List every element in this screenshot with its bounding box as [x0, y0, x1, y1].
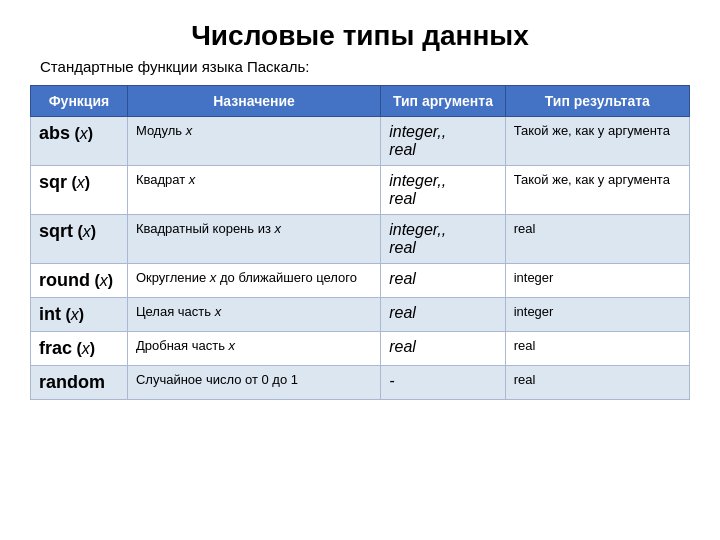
table-header-row: Функция Назначение Тип аргумента Тип рез…	[31, 86, 690, 117]
func-name: round	[39, 270, 90, 290]
arg-type-cell: integer,,real	[381, 215, 505, 264]
func-name: random	[39, 372, 105, 392]
func-cell: random	[31, 366, 128, 400]
func-cell: frac (x)	[31, 332, 128, 366]
col-header-argtype: Тип аргумента	[381, 86, 505, 117]
func-name: sqr	[39, 172, 67, 192]
table-row: randomСлучайное число от 0 до 1-real	[31, 366, 690, 400]
arg-type-cell: -	[381, 366, 505, 400]
table-row: int (x)Целая часть xrealinteger	[31, 298, 690, 332]
table-row: abs (x)Модуль xinteger,,realТакой же, ка…	[31, 117, 690, 166]
result-cell: real	[505, 366, 689, 400]
arg-type-cell: real	[381, 298, 505, 332]
result-cell: integer	[505, 298, 689, 332]
subtitle: Стандартные функции языка Паскаль:	[30, 58, 690, 75]
desc-cell: Дробная часть x	[127, 332, 380, 366]
func-cell: int (x)	[31, 298, 128, 332]
desc-cell: Округление x до ближайшего целого	[127, 264, 380, 298]
arg-type-cell: integer,,real	[381, 117, 505, 166]
arg-type-cell: integer,,real	[381, 166, 505, 215]
desc-cell: Случайное число от 0 до 1	[127, 366, 380, 400]
func-name: int	[39, 304, 61, 324]
result-cell: Такой же, как у аргумента	[505, 117, 689, 166]
func-cell: round (x)	[31, 264, 128, 298]
desc-cell: Квадрат x	[127, 166, 380, 215]
table-row: round (x)Округление x до ближайшего цело…	[31, 264, 690, 298]
table-row: frac (x)Дробная часть xrealreal	[31, 332, 690, 366]
desc-cell: Модуль x	[127, 117, 380, 166]
result-cell: integer	[505, 264, 689, 298]
func-cell: sqrt (x)	[31, 215, 128, 264]
functions-table: Функция Назначение Тип аргумента Тип рез…	[30, 85, 690, 400]
col-header-func: Функция	[31, 86, 128, 117]
arg-type-cell: real	[381, 332, 505, 366]
desc-cell: Квадратный корень из x	[127, 215, 380, 264]
result-cell: Такой же, как у аргумента	[505, 166, 689, 215]
func-name: abs	[39, 123, 70, 143]
func-name: sqrt	[39, 221, 73, 241]
func-name: frac	[39, 338, 72, 358]
func-cell: sqr (x)	[31, 166, 128, 215]
result-cell: real	[505, 215, 689, 264]
col-header-desc: Назначение	[127, 86, 380, 117]
table-row: sqrt (x)Квадратный корень из xinteger,,r…	[31, 215, 690, 264]
arg-type-cell: real	[381, 264, 505, 298]
page-title: Числовые типы данных	[30, 20, 690, 52]
result-cell: real	[505, 332, 689, 366]
desc-cell: Целая часть x	[127, 298, 380, 332]
table-row: sqr (x)Квадрат xinteger,,realТакой же, к…	[31, 166, 690, 215]
col-header-resulttype: Тип результата	[505, 86, 689, 117]
func-cell: abs (x)	[31, 117, 128, 166]
